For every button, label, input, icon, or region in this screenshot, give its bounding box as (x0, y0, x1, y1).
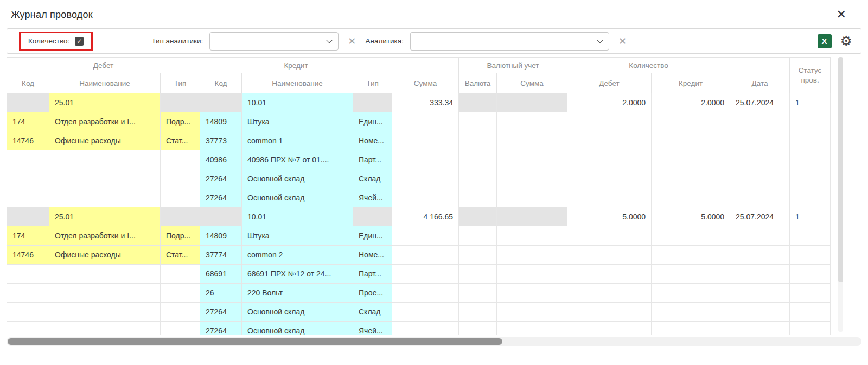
table-cell[interactable] (652, 169, 730, 188)
table-cell[interactable] (652, 284, 730, 303)
table-cell[interactable]: 14746 (7, 131, 49, 150)
table-cell[interactable]: Ячей... (353, 188, 392, 207)
table-cell[interactable] (567, 112, 652, 131)
horizontal-scrollbar[interactable] (7, 337, 861, 346)
table-cell[interactable] (730, 246, 790, 265)
table-cell[interactable] (730, 131, 790, 150)
analytics-row[interactable]: 174Отдел разработки и I...Подр...14809Шт… (7, 226, 831, 246)
table-cell[interactable] (49, 265, 161, 284)
analytics-row[interactable]: 27264Основной складЯчей... (7, 188, 831, 207)
table-cell[interactable]: common 1 (242, 131, 353, 150)
table-cell[interactable] (459, 131, 497, 150)
table-cell[interactable] (730, 303, 790, 322)
analytics-row[interactable]: 14746Офисные расходыСтат...37773common 1… (7, 131, 831, 150)
table-cell[interactable]: 174 (7, 112, 49, 131)
table-cell[interactable]: 26 (200, 284, 242, 303)
excel-export-icon[interactable]: X (818, 34, 832, 48)
table-cell[interactable] (392, 188, 459, 207)
table-cell[interactable] (567, 322, 652, 336)
table-cell[interactable]: 5.0000 (567, 207, 652, 226)
table-cell[interactable]: 25.01 (49, 207, 161, 226)
table-cell[interactable]: 27264 (200, 188, 242, 207)
table-cell[interactable]: 220 Вольт (242, 284, 353, 303)
table-cell[interactable]: 174 (7, 226, 49, 246)
table-cell[interactable] (161, 207, 200, 226)
table-cell[interactable] (392, 150, 459, 169)
table-cell[interactable] (730, 112, 790, 131)
table-cell[interactable]: Ячей... (353, 322, 392, 336)
vertical-scrollbar-thumb[interactable] (838, 57, 843, 282)
table-cell[interactable]: common 2 (242, 246, 353, 265)
table-cell[interactable] (459, 303, 497, 322)
analytics-row[interactable]: 174Отдел разработки и I...Подр...14809Шт… (7, 112, 831, 131)
table-cell[interactable] (652, 150, 730, 169)
table-cell[interactable] (790, 246, 831, 265)
table-cell[interactable] (200, 93, 242, 112)
table-cell[interactable] (459, 112, 497, 131)
quantity-checkbox[interactable]: ✓ (75, 37, 84, 46)
table-cell[interactable]: Номе... (353, 131, 392, 150)
table-cell[interactable] (497, 112, 567, 131)
clear-analytics-type-icon[interactable]: ✕ (348, 36, 356, 46)
clear-analytics-icon[interactable]: ✕ (618, 36, 627, 46)
table-cell[interactable] (7, 284, 49, 303)
table-cell[interactable] (49, 322, 161, 336)
table-cell[interactable] (497, 169, 567, 188)
table-cell[interactable] (497, 226, 567, 246)
table-cell[interactable] (497, 322, 567, 336)
table-cell[interactable] (459, 246, 497, 265)
table-cell[interactable] (49, 169, 161, 188)
table-cell[interactable]: 1 (790, 207, 831, 226)
table-cell[interactable] (497, 207, 567, 226)
table-cell[interactable] (49, 188, 161, 207)
table-cell[interactable] (567, 303, 652, 322)
table-cell[interactable] (567, 226, 652, 246)
table-cell[interactable]: 40986 (200, 150, 242, 169)
table-cell[interactable] (790, 284, 831, 303)
table-cell[interactable] (790, 265, 831, 284)
table-cell[interactable]: 40986 ПРХ №7 от 01.... (242, 150, 353, 169)
table-cell[interactable] (497, 93, 567, 112)
table-cell[interactable] (730, 150, 790, 169)
table-cell[interactable] (161, 169, 200, 188)
table-cell[interactable] (567, 265, 652, 284)
table-cell[interactable] (652, 188, 730, 207)
table-cell[interactable] (49, 284, 161, 303)
table-cell[interactable] (161, 93, 200, 112)
journal-entry-row[interactable]: 25.0110.014 166.655.00005.000025.07.2024… (7, 207, 831, 226)
table-cell[interactable] (200, 207, 242, 226)
table-cell[interactable] (7, 150, 49, 169)
table-cell[interactable] (790, 322, 831, 336)
table-cell[interactable] (459, 226, 497, 246)
table-cell[interactable] (790, 226, 831, 246)
analytics-row[interactable]: 4098640986 ПРХ №7 от 01....Парт... (7, 150, 831, 169)
table-cell[interactable] (161, 322, 200, 336)
table-cell[interactable] (392, 284, 459, 303)
table-cell[interactable] (652, 112, 730, 131)
table-cell[interactable] (7, 303, 49, 322)
table-cell[interactable]: Отдел разработки и I... (49, 112, 161, 131)
table-cell[interactable] (497, 246, 567, 265)
table-cell[interactable] (652, 322, 730, 336)
analytics-type-select[interactable] (209, 32, 339, 51)
table-cell[interactable]: 2.0000 (652, 93, 730, 112)
table-cell[interactable] (392, 303, 459, 322)
table-cell[interactable] (7, 188, 49, 207)
table-cell[interactable] (730, 169, 790, 188)
analytics-row[interactable]: 27264Основной складСклад (7, 303, 831, 322)
table-cell[interactable]: 2.0000 (567, 93, 652, 112)
table-cell[interactable]: Склад (353, 303, 392, 322)
analytics-row[interactable]: 14746Офисные расходыСтат...37774common 2… (7, 246, 831, 265)
table-cell[interactable] (652, 131, 730, 150)
table-cell[interactable] (652, 265, 730, 284)
table-cell[interactable]: Основной склад (242, 169, 353, 188)
analytics-row[interactable]: 27264Основной складЯчей... (7, 322, 831, 336)
table-cell[interactable] (652, 303, 730, 322)
close-icon[interactable]: ✕ (837, 9, 846, 21)
table-cell[interactable]: 68691 ПРХ №12 от 24... (242, 265, 353, 284)
table-cell[interactable] (790, 112, 831, 131)
table-cell[interactable]: 25.07.2024 (730, 207, 790, 226)
table-cell[interactable]: Офисные расходы (49, 246, 161, 265)
table-cell[interactable] (497, 265, 567, 284)
table-cell[interactable] (459, 284, 497, 303)
